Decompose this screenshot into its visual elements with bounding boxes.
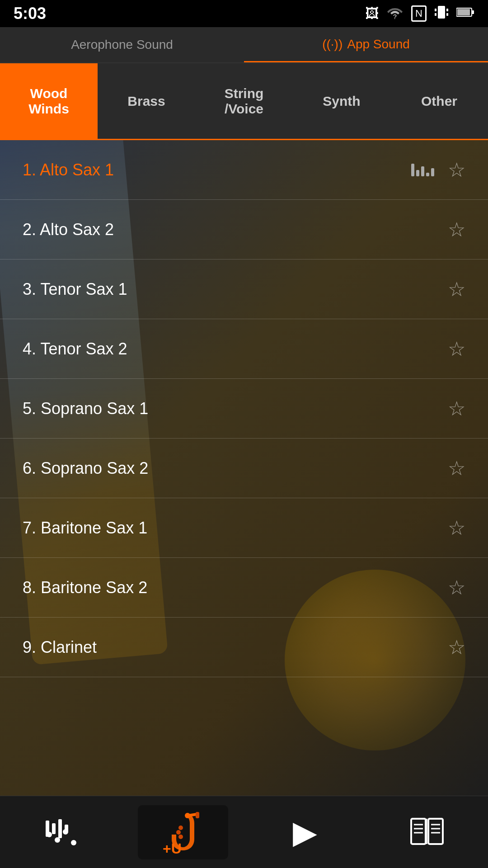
bottom-nav: +U ▶	[0, 796, 488, 868]
sound-item-4[interactable]: 4. Tenor Sax 2 ☆	[0, 319, 488, 379]
sound-list: 1. Alto Sax 1 ☆ 2	[0, 140, 488, 677]
content-area: 1. Alto Sax 1 ☆ 2	[0, 140, 488, 796]
svg-text:?: ?	[393, 13, 397, 19]
sound-name-9: 9. Clarinet	[23, 638, 97, 657]
eq-icon-1[interactable]	[411, 164, 434, 176]
sound-item-7[interactable]: 7. Baritone Sax 1 ☆	[0, 498, 488, 558]
tab-aerophone[interactable]: Aerophone Sound	[0, 27, 244, 62]
star-icon-8[interactable]: ☆	[448, 576, 465, 599]
sound-item-9[interactable]: 9. Clarinet ☆	[0, 618, 488, 677]
tab-other[interactable]: Other	[390, 63, 488, 139]
tab-other-label: Other	[421, 94, 457, 109]
wifi-question-icon: ?	[387, 5, 403, 22]
star-icon-3[interactable]: ☆	[448, 278, 465, 301]
svg-point-12	[178, 835, 183, 839]
status-time: 5:03	[14, 4, 46, 23]
book-icon	[409, 816, 445, 848]
tab-stringvoice[interactable]: String/Voice	[195, 63, 293, 139]
tab-app-sound-label: App Sound	[347, 37, 410, 52]
svg-point-10	[178, 826, 183, 830]
star-icon-9[interactable]: ☆	[448, 636, 465, 659]
svg-rect-5	[446, 13, 448, 16]
sound-item-2[interactable]: 2. Alto Sax 2 ☆	[0, 200, 488, 259]
sound-name-8: 8. Baritone Sax 2	[23, 578, 147, 597]
plus-u-label: +U	[163, 840, 182, 857]
category-tabs: WoodWinds Brass String/Voice Synth Other	[0, 63, 488, 140]
status-icons: 🖼 ? N	[365, 4, 474, 24]
book-button[interactable]	[382, 805, 472, 859]
svg-rect-13	[196, 812, 199, 818]
star-icon-4[interactable]: ☆	[448, 337, 465, 360]
star-icon-2[interactable]: ☆	[448, 218, 465, 241]
svg-rect-7	[472, 10, 474, 14]
top-tabs: Aerophone Sound ((·)) App Sound	[0, 27, 488, 63]
image-icon: 🖼	[365, 6, 379, 21]
tab-synth[interactable]: Synth	[293, 63, 390, 139]
svg-rect-1	[438, 6, 445, 19]
tab-synth-label: Synth	[323, 94, 360, 109]
nfc-icon: N	[411, 5, 427, 22]
svg-rect-3	[446, 9, 448, 11]
tab-stringvoice-label: String/Voice	[225, 86, 264, 117]
sound-item-6[interactable]: 6. Soprano Sax 2 ☆	[0, 439, 488, 498]
status-bar: 5:03 🖼 ? N	[0, 0, 488, 27]
svg-rect-18	[428, 819, 443, 844]
sound-name-4: 4. Tenor Sax 2	[23, 340, 127, 359]
tab-brass-label: Brass	[127, 94, 165, 109]
radio-icon: ((·))	[322, 37, 343, 52]
tab-app-sound[interactable]: ((·)) App Sound	[244, 27, 488, 62]
svg-point-11	[176, 830, 181, 835]
svg-rect-4	[435, 13, 436, 16]
star-icon-1[interactable]: ☆	[448, 158, 465, 181]
mixer-button[interactable]	[16, 805, 106, 859]
star-icon-7[interactable]: ☆	[448, 516, 465, 539]
sax-button[interactable]: +U	[138, 805, 228, 859]
star-icon-5[interactable]: ☆	[448, 397, 465, 420]
star-icon-6[interactable]: ☆	[448, 457, 465, 480]
sound-name-2: 2. Alto Sax 2	[23, 220, 114, 239]
svg-rect-14	[411, 819, 426, 844]
svg-rect-2	[435, 9, 436, 11]
tab-brass[interactable]: Brass	[98, 63, 195, 139]
sound-item-8[interactable]: 8. Baritone Sax 2 ☆	[0, 558, 488, 618]
vibrate-icon	[435, 4, 448, 24]
play-button[interactable]: ▶	[260, 805, 350, 859]
svg-rect-8	[457, 9, 470, 15]
sound-name-1: 1. Alto Sax 1	[23, 160, 114, 179]
sound-item-5[interactable]: 5. Soprano Sax 1 ☆	[0, 379, 488, 439]
sound-name-7: 7. Baritone Sax 1	[23, 519, 147, 538]
tab-aerophone-label: Aerophone Sound	[71, 38, 173, 52]
battery-icon	[456, 6, 474, 21]
sound-name-3: 3. Tenor Sax 1	[23, 280, 127, 299]
sound-name-6: 6. Soprano Sax 2	[23, 459, 148, 478]
sound-item-1[interactable]: 1. Alto Sax 1 ☆	[0, 140, 488, 200]
play-icon: ▶	[293, 814, 317, 851]
sound-name-5: 5. Soprano Sax 1	[23, 399, 148, 418]
tab-woodwinds-label: WoodWinds	[28, 86, 69, 117]
sound-item-3[interactable]: 3. Tenor Sax 1 ☆	[0, 259, 488, 319]
tab-woodwinds[interactable]: WoodWinds	[0, 63, 98, 139]
